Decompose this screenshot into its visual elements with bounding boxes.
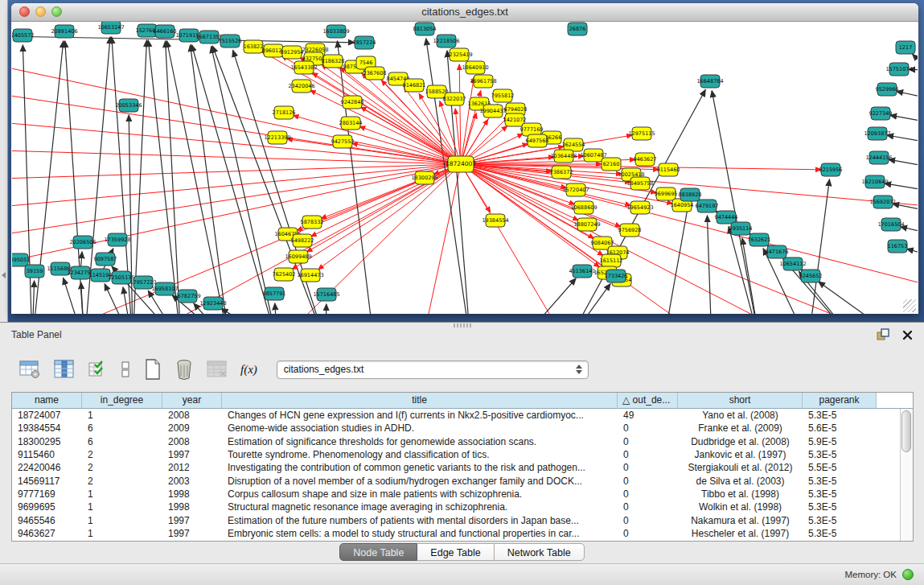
graph-edge[interactable] (461, 164, 567, 314)
graph-edge[interactable] (318, 164, 461, 270)
graph-node-label: 2803144 (339, 120, 363, 126)
graph-node-label: 15720407 (562, 187, 589, 193)
window-resize-grip[interactable] (903, 299, 916, 312)
graph-edge[interactable] (32, 281, 35, 314)
graph-edge[interactable] (123, 287, 133, 314)
table-mode-button[interactable] (19, 360, 41, 379)
graph-edge[interactable] (712, 91, 760, 314)
graph-edge[interactable] (360, 107, 461, 164)
graph-edge[interactable] (191, 45, 277, 314)
status-bar: Memory: OK (0, 563, 924, 585)
graph-node-label: 16210649 (861, 179, 888, 185)
graph-edge[interactable] (461, 77, 474, 164)
graph-edge[interactable] (889, 159, 918, 167)
graph-edge[interactable] (133, 40, 146, 314)
graph-edge[interactable] (275, 303, 277, 314)
graph-node-label: 8322037 (443, 96, 466, 102)
network-view-window[interactable]: citations_edges.txt 18724007163822896012… (11, 3, 918, 314)
table-row[interactable]: 1830029562008Estimation of significance … (12, 435, 913, 448)
table-row[interactable]: 1872400712008Changes of HCN gene express… (12, 409, 913, 422)
citation-network-graph[interactable]: 1872400716382289601288912954232260589327… (12, 22, 918, 314)
new-column-button[interactable] (144, 359, 162, 380)
graph-node-label: 15716485 (313, 291, 339, 298)
column-header-title[interactable]: title (222, 393, 618, 409)
table-row[interactable]: 946362711997Embryonic stem cells: a mode… (12, 527, 913, 540)
table-cell-in_degree: 2 (82, 462, 162, 473)
graph-edge[interactable] (81, 282, 84, 314)
table-cell-year: 1998 (162, 488, 222, 500)
close-panel-icon[interactable] (902, 329, 913, 344)
graph-edge[interactable] (12, 164, 461, 179)
graph-edge[interactable] (326, 304, 326, 314)
table-row[interactable]: 969969511998Structural magnetic resonanc… (12, 501, 913, 513)
graph-node-label: 6479197 (696, 203, 719, 209)
table-row[interactable]: 1456911722003Disruption of a novel membe… (12, 474, 913, 487)
graph-edge[interactable] (12, 150, 461, 164)
table-cell-pagerank: 5.6E-5 (803, 422, 877, 434)
graph-edge[interactable] (819, 282, 905, 314)
graph-edge[interactable] (148, 40, 181, 314)
tab-node-table[interactable]: Node Table (339, 543, 417, 561)
graph-edge[interactable] (887, 135, 918, 142)
table-cell-year: 2003 (162, 476, 222, 487)
graph-node-label: 2405572 (12, 32, 34, 39)
column-header-name[interactable]: name (12, 393, 82, 409)
select-columns-button[interactable] (88, 360, 107, 379)
delete-table-button[interactable] (207, 360, 228, 379)
table-cell-pagerank: 5.3E-5 (803, 501, 877, 513)
table-row[interactable]: 911546021997Tourette syndrome. Phenomeno… (12, 448, 913, 461)
table-row[interactable]: 2242004622012Investigating the contribut… (12, 461, 913, 474)
scrollbar-thumb[interactable] (901, 410, 911, 452)
table-row[interactable]: 1938455462009Genome-wide association stu… (12, 422, 913, 435)
show-columns-button[interactable] (54, 360, 75, 379)
graph-edge[interactable] (808, 179, 829, 314)
graph-edge[interactable] (461, 164, 905, 314)
graph-edge[interactable] (447, 51, 470, 314)
graph-edge[interactable] (742, 238, 760, 314)
graph-edge[interactable] (461, 164, 918, 287)
graph-node-label: 8838928 (679, 192, 702, 198)
table-cell-in_degree: 1 (82, 515, 162, 526)
column-header-short[interactable]: short (678, 393, 803, 409)
graph-node-label: 1421072 (503, 117, 527, 123)
graph-edge[interactable] (321, 164, 461, 219)
table-row[interactable]: 977716911998Corpus callosum shape and si… (12, 488, 913, 501)
table-row[interactable]: 946554611997Estimation of the future num… (12, 513, 913, 526)
float-panel-icon[interactable] (877, 328, 889, 344)
graph-node-label: 7386372 (550, 169, 573, 175)
graph-edge[interactable] (897, 91, 918, 98)
graph-edge[interactable] (191, 45, 229, 314)
tab-network-table[interactable]: Network Table (494, 543, 585, 561)
column-header-out_de[interactable]: △ out_de... (618, 393, 678, 409)
window-titlebar[interactable]: citations_edges.txt (11, 3, 918, 22)
panel-expand-arrow-icon[interactable] (2, 272, 6, 278)
network-canvas[interactable]: 1872400716382289601288912954232260589327… (12, 22, 918, 314)
graph-edge[interactable] (311, 164, 461, 237)
column-header-in_degree[interactable]: in_degree (82, 393, 162, 409)
graph-node-label: 17957223 (129, 279, 156, 286)
vertical-scrollbar[interactable] (900, 409, 913, 541)
graph-edge[interactable] (567, 284, 610, 314)
table-cell-out_de: 0 (618, 449, 678, 460)
function-builder-button[interactable]: f(x) (240, 363, 257, 377)
graph-edge[interactable] (913, 54, 918, 70)
graph-edge[interactable] (519, 278, 576, 314)
collapsed-side-panel[interactable] (0, 0, 8, 322)
graph-edge[interactable] (32, 164, 461, 314)
graph-edge[interactable] (663, 204, 688, 314)
table-cell-year: 1997 (162, 515, 222, 526)
graph-edge[interactable] (890, 115, 918, 122)
graph-edge[interactable] (885, 183, 918, 191)
tab-edge-table[interactable]: Edge Table (417, 543, 493, 561)
table-cell-title: Genome-wide association studies in ADHD. (222, 422, 618, 434)
graph-edge[interactable] (907, 249, 918, 255)
table-cell-short: Franke et al. (2009) (678, 422, 803, 434)
toggle-rows-button[interactable] (120, 360, 131, 379)
delete-columns-button[interactable] (175, 359, 194, 380)
column-header-pagerank[interactable]: pagerank (803, 393, 877, 409)
table-cell-title: Structural magnetic resonance image aver… (222, 501, 618, 513)
table-select-dropdown[interactable]: citations_edges.txt (277, 360, 589, 379)
column-header-year[interactable]: year (162, 393, 222, 409)
graph-node-label: 10607487 (580, 152, 606, 159)
graph-edge[interactable] (359, 126, 461, 164)
